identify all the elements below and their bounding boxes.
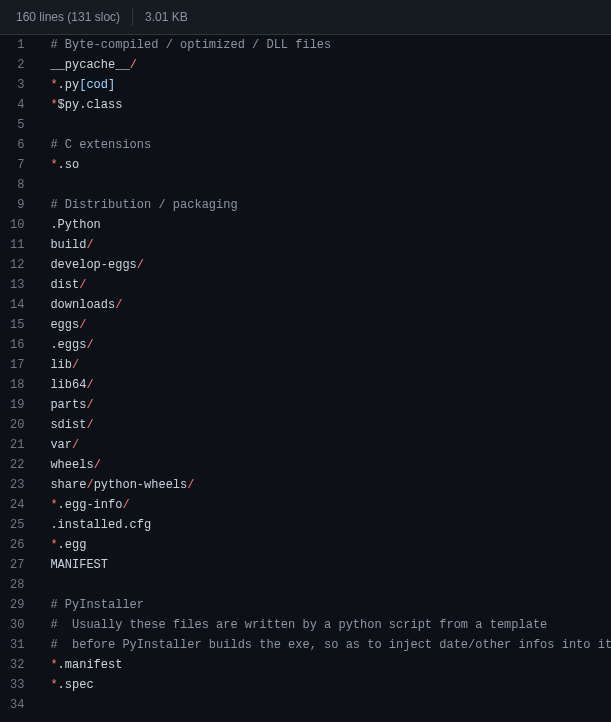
line-number[interactable]: 9 bbox=[0, 195, 34, 215]
line-content[interactable] bbox=[34, 695, 611, 715]
code-line: 34 bbox=[0, 695, 611, 715]
line-number[interactable]: 33 bbox=[0, 675, 34, 695]
line-number[interactable]: 1 bbox=[0, 35, 34, 55]
line-number[interactable]: 6 bbox=[0, 135, 34, 155]
code-line: 11build/ bbox=[0, 235, 611, 255]
line-content[interactable]: # Distribution / packaging bbox=[34, 195, 611, 215]
line-number[interactable]: 25 bbox=[0, 515, 34, 535]
line-content[interactable]: .eggs/ bbox=[34, 335, 611, 355]
line-content[interactable]: eggs/ bbox=[34, 315, 611, 335]
line-content[interactable]: *.egg bbox=[34, 535, 611, 555]
line-content[interactable]: # PyInstaller bbox=[34, 595, 611, 615]
line-content[interactable]: *.manifest bbox=[34, 655, 611, 675]
line-content[interactable]: .Python bbox=[34, 215, 611, 235]
line-number[interactable]: 29 bbox=[0, 595, 34, 615]
code-line: 27MANIFEST bbox=[0, 555, 611, 575]
line-content[interactable]: var/ bbox=[34, 435, 611, 455]
line-content[interactable]: dist/ bbox=[34, 275, 611, 295]
line-content[interactable] bbox=[34, 575, 611, 595]
line-number[interactable]: 34 bbox=[0, 695, 34, 715]
code-viewer[interactable]: 1# Byte-compiled / optimized / DLL files… bbox=[0, 35, 611, 715]
line-number[interactable]: 2 bbox=[0, 55, 34, 75]
line-number[interactable]: 11 bbox=[0, 235, 34, 255]
line-number[interactable]: 4 bbox=[0, 95, 34, 115]
code-line: 33*.spec bbox=[0, 675, 611, 695]
code-line: 1# Byte-compiled / optimized / DLL files bbox=[0, 35, 611, 55]
code-token: / bbox=[86, 398, 93, 412]
line-number[interactable]: 23 bbox=[0, 475, 34, 495]
line-number[interactable]: 22 bbox=[0, 455, 34, 475]
code-token: * bbox=[50, 498, 57, 512]
line-content[interactable]: __pycache__/ bbox=[34, 55, 611, 75]
code-token: .manifest bbox=[58, 658, 123, 672]
code-line: 12develop-eggs/ bbox=[0, 255, 611, 275]
code-line: 20sdist/ bbox=[0, 415, 611, 435]
line-content[interactable]: develop-eggs/ bbox=[34, 255, 611, 275]
line-number[interactable]: 5 bbox=[0, 115, 34, 135]
code-line: 21var/ bbox=[0, 435, 611, 455]
line-content[interactable]: parts/ bbox=[34, 395, 611, 415]
line-content[interactable]: # Usually these files are written by a p… bbox=[34, 615, 611, 635]
line-number[interactable]: 8 bbox=[0, 175, 34, 195]
code-token: .Python bbox=[50, 218, 100, 232]
code-line: 2__pycache__/ bbox=[0, 55, 611, 75]
line-number[interactable]: 7 bbox=[0, 155, 34, 175]
line-number[interactable]: 21 bbox=[0, 435, 34, 455]
line-number[interactable]: 10 bbox=[0, 215, 34, 235]
line-number[interactable]: 19 bbox=[0, 395, 34, 415]
code-token: wheels bbox=[50, 458, 93, 472]
code-line: 15eggs/ bbox=[0, 315, 611, 335]
line-content[interactable]: downloads/ bbox=[34, 295, 611, 315]
code-token: * bbox=[50, 678, 57, 692]
file-lines-sloc: 160 lines (131 sloc) bbox=[16, 10, 120, 24]
line-content[interactable]: # Byte-compiled / optimized / DLL files bbox=[34, 35, 611, 55]
code-token: .eggs bbox=[50, 338, 86, 352]
code-line: 16.eggs/ bbox=[0, 335, 611, 355]
line-content[interactable]: *.so bbox=[34, 155, 611, 175]
line-number[interactable]: 17 bbox=[0, 355, 34, 375]
line-number[interactable]: 15 bbox=[0, 315, 34, 335]
line-number[interactable]: 3 bbox=[0, 75, 34, 95]
line-number[interactable]: 32 bbox=[0, 655, 34, 675]
line-content[interactable]: *.py[cod] bbox=[34, 75, 611, 95]
line-content[interactable]: *$py.class bbox=[34, 95, 611, 115]
code-line: 8 bbox=[0, 175, 611, 195]
code-line: 10.Python bbox=[0, 215, 611, 235]
line-number[interactable]: 27 bbox=[0, 555, 34, 575]
line-content[interactable]: lib64/ bbox=[34, 375, 611, 395]
line-content[interactable] bbox=[34, 115, 611, 135]
line-content[interactable]: *.spec bbox=[34, 675, 611, 695]
line-number[interactable]: 26 bbox=[0, 535, 34, 555]
line-content[interactable]: MANIFEST bbox=[34, 555, 611, 575]
code-token: / bbox=[137, 258, 144, 272]
line-number[interactable]: 14 bbox=[0, 295, 34, 315]
code-token: / bbox=[72, 438, 79, 452]
code-line: 7*.so bbox=[0, 155, 611, 175]
line-content[interactable]: build/ bbox=[34, 235, 611, 255]
line-number[interactable]: 30 bbox=[0, 615, 34, 635]
line-number[interactable]: 16 bbox=[0, 335, 34, 355]
code-line: 3*.py[cod] bbox=[0, 75, 611, 95]
code-token: dist bbox=[50, 278, 79, 292]
line-content[interactable]: # C extensions bbox=[34, 135, 611, 155]
line-number[interactable]: 20 bbox=[0, 415, 34, 435]
line-content[interactable]: wheels/ bbox=[34, 455, 611, 475]
code-token: / bbox=[130, 58, 137, 72]
code-token: # C extensions bbox=[50, 138, 151, 152]
line-content[interactable]: *.egg-info/ bbox=[34, 495, 611, 515]
line-content[interactable]: lib/ bbox=[34, 355, 611, 375]
line-number[interactable]: 13 bbox=[0, 275, 34, 295]
code-token: var bbox=[50, 438, 72, 452]
line-content[interactable]: share/python-wheels/ bbox=[34, 475, 611, 495]
line-number[interactable]: 28 bbox=[0, 575, 34, 595]
line-content[interactable]: .installed.cfg bbox=[34, 515, 611, 535]
line-content[interactable]: sdist/ bbox=[34, 415, 611, 435]
code-token: $py.class bbox=[58, 98, 123, 112]
line-number[interactable]: 12 bbox=[0, 255, 34, 275]
line-content[interactable] bbox=[34, 175, 611, 195]
code-line: 25.installed.cfg bbox=[0, 515, 611, 535]
line-content[interactable]: # before PyInstaller builds the exe, so … bbox=[34, 635, 611, 655]
line-number[interactable]: 31 bbox=[0, 635, 34, 655]
line-number[interactable]: 18 bbox=[0, 375, 34, 395]
line-number[interactable]: 24 bbox=[0, 495, 34, 515]
